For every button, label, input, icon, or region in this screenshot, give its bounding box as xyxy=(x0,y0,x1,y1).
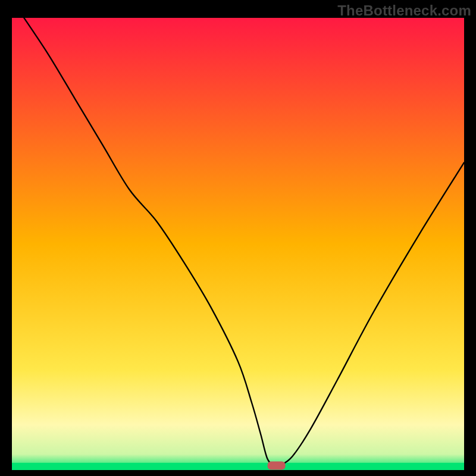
chart-root: TheBottleneck.com xyxy=(0,0,476,476)
bottleneck-chart xyxy=(0,0,476,476)
watermark-text: TheBottleneck.com xyxy=(337,2,471,19)
plot-background xyxy=(12,18,464,470)
optimum-marker xyxy=(268,461,286,469)
floor-strip xyxy=(12,463,464,470)
